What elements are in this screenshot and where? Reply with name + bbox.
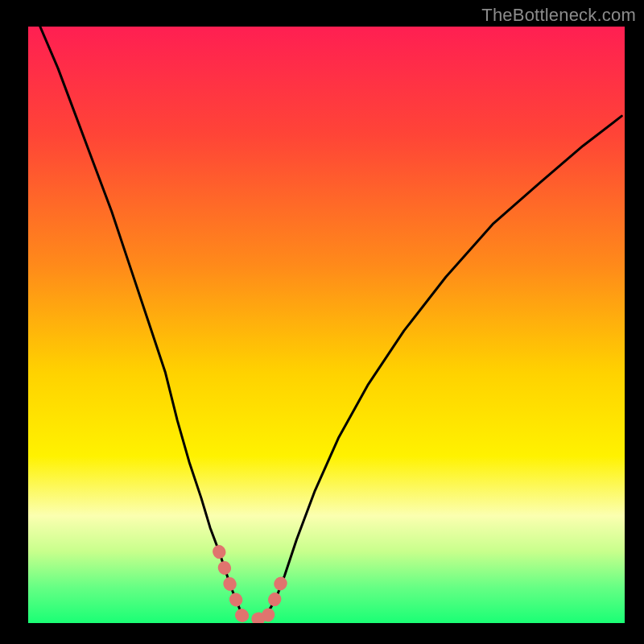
bottleneck-chart bbox=[0, 0, 644, 644]
plot-background bbox=[28, 27, 625, 623]
chart-frame: TheBottleneck.com bbox=[0, 0, 644, 644]
watermark-text: TheBottleneck.com bbox=[481, 5, 636, 26]
